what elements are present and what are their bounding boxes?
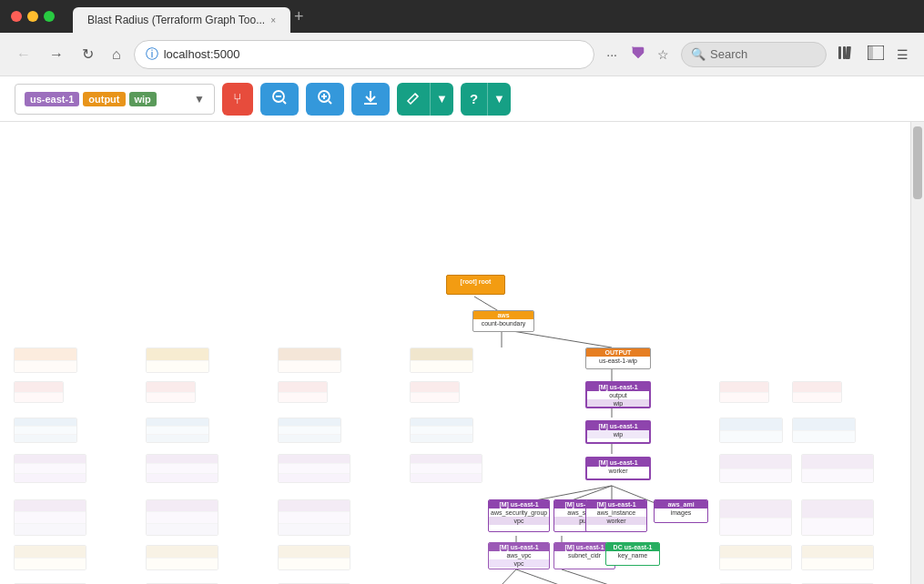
zoom-out-button[interactable] <box>260 83 299 116</box>
download-button[interactable] <box>351 83 390 116</box>
svg-line-29 <box>562 569 612 584</box>
svg-line-7 <box>283 101 286 104</box>
bg-node <box>278 418 341 443</box>
bg-node <box>14 454 86 483</box>
new-tab-button[interactable]: + <box>294 8 304 25</box>
bg-node <box>719 545 792 570</box>
graph-area[interactable]: [root] root aws count-boundary OUTPUT us… <box>0 122 910 584</box>
minimize-button[interactable] <box>27 11 38 22</box>
svg-line-28 <box>516 569 562 584</box>
bg-node <box>719 418 783 443</box>
security-group-node[interactable]: [M] us-east-1 aws_security_group vpc <box>488 499 550 532</box>
bg-node <box>719 454 792 483</box>
svg-line-27 <box>501 569 516 584</box>
bg-node <box>146 381 196 403</box>
pocket-button[interactable] <box>625 41 649 67</box>
nav-actions: ··· ☆ <box>602 41 674 67</box>
bg-node <box>14 381 64 403</box>
scrollbar[interactable] <box>910 122 924 584</box>
zoom-out-icon <box>271 89 288 108</box>
address-bar[interactable]: ⓘ localhost:5000 <box>134 40 595 69</box>
zoom-in-button[interactable] <box>306 83 344 116</box>
navbar: ← → ↻ ⌂ ⓘ localhost:5000 ··· ☆ 🔍 Search … <box>0 33 924 76</box>
key-name-node[interactable]: DC us-east-1 key_name <box>605 542 660 566</box>
svg-rect-1 <box>843 46 846 59</box>
library-button[interactable] <box>834 41 859 67</box>
edit-dropdown[interactable]: ▼ <box>397 83 453 116</box>
svg-rect-2 <box>846 46 851 59</box>
aws-vpc-node[interactable]: [M] us-east-1 aws_vpc vpc <box>488 542 550 569</box>
bg-node <box>14 347 77 373</box>
bg-node <box>719 499 792 536</box>
images-node[interactable]: aws_ami images <box>654 499 708 523</box>
traffic-lights <box>11 11 55 22</box>
close-button[interactable] <box>11 11 22 22</box>
bg-node <box>410 381 460 403</box>
output-node[interactable]: OUTPUT us-east-1-wip <box>585 347 651 369</box>
edit-button-main[interactable] <box>397 83 430 116</box>
titlebar: Blast Radius (Terraform Graph Too... × + <box>0 0 924 33</box>
home-button[interactable]: ⌂ <box>107 41 127 68</box>
security-icon: ⓘ <box>146 46 158 63</box>
reload-button[interactable]: ↻ <box>76 40 99 68</box>
bg-node <box>801 454 874 483</box>
bg-node <box>146 347 209 373</box>
root-node[interactable]: [root] root <box>446 275 505 295</box>
svg-rect-0 <box>838 46 841 59</box>
bookmark-button[interactable]: ☆ <box>653 43 674 66</box>
zoom-in-icon <box>317 89 333 108</box>
aws-count-boundary-node[interactable]: aws count-boundary <box>472 310 534 332</box>
bg-node <box>278 347 341 373</box>
search-label: Search <box>710 47 747 61</box>
help-dropdown[interactable]: ? ▼ <box>461 83 511 116</box>
svg-rect-4 <box>868 45 873 60</box>
main-content: [root] root aws count-boundary OUTPUT us… <box>0 122 924 584</box>
bg-node <box>146 454 218 483</box>
bg-node <box>278 499 350 536</box>
scrollbar-thumb[interactable] <box>913 126 922 199</box>
bg-node <box>792 418 856 443</box>
search-icon: 🔍 <box>691 47 706 61</box>
bg-node <box>801 499 874 536</box>
more-button[interactable]: ··· <box>602 43 622 66</box>
git-button[interactable]: ⑂ <box>222 83 253 116</box>
toolbar: us-east-1 output wip ▼ ⑂ <box>0 76 924 122</box>
tab-bar: Blast Radius (Terraform Graph Too... × + <box>73 4 304 29</box>
git-icon: ⑂ <box>233 91 242 107</box>
svg-line-11 <box>329 101 331 104</box>
module-wip-node[interactable]: [M] us-east-1 wip <box>585 420 651 444</box>
edit-icon <box>406 90 421 107</box>
bg-node <box>410 418 473 443</box>
tag-output: output <box>83 92 125 106</box>
bg-node <box>410 347 473 373</box>
search-bar[interactable]: 🔍 Search <box>681 42 827 67</box>
active-tab[interactable]: Blast Radius (Terraform Graph Too... × <box>73 7 290 33</box>
module-output-node[interactable]: [M] us-east-1 output wip <box>585 381 651 408</box>
menu-button[interactable]: ☰ <box>892 43 913 66</box>
help-dropdown-arrow[interactable]: ▼ <box>487 83 511 116</box>
bg-node <box>146 545 218 570</box>
bg-node <box>278 454 350 483</box>
bg-node <box>278 381 328 403</box>
bg-node <box>410 454 482 483</box>
forward-button[interactable]: → <box>44 41 69 68</box>
back-button[interactable]: ← <box>11 41 36 68</box>
dropdown-arrow: ▼ <box>194 93 205 106</box>
edit-dropdown-arrow[interactable]: ▼ <box>430 83 453 116</box>
bg-node <box>14 418 77 443</box>
help-icon: ? <box>470 91 478 106</box>
download-icon <box>362 89 379 108</box>
bg-node <box>14 499 86 536</box>
help-button-main[interactable]: ? <box>461 83 487 116</box>
bg-node <box>801 545 874 570</box>
module-worker-node[interactable]: [M] us-east-1 worker <box>585 457 651 480</box>
maximize-button[interactable] <box>44 11 55 22</box>
bg-node <box>146 499 218 536</box>
bg-node <box>146 418 209 443</box>
svg-line-17 <box>502 329 612 347</box>
selector-dropdown[interactable]: us-east-1 output wip ▼ <box>15 84 215 115</box>
sidebar-button[interactable] <box>863 41 888 67</box>
tab-close-button[interactable]: × <box>270 15 276 25</box>
instance-node[interactable]: [M] us-east-1 aws_instance worker <box>585 499 647 532</box>
bg-node <box>14 545 86 570</box>
